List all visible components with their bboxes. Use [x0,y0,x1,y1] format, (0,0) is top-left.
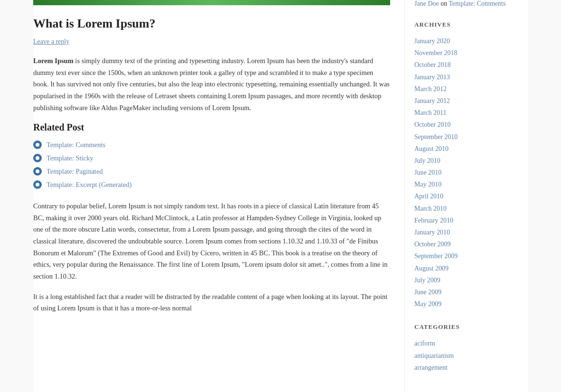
archive-may-2010[interactable]: May 2010 [414,178,518,190]
leave-reply-link[interactable]: Leave a reply [33,38,69,45]
list-item: Template: Comments [33,140,390,149]
archive-may-2009[interactable]: May 2009 [414,298,518,310]
sidebar: Jane Doe on Template: Comments ARCHIVES … [404,0,528,392]
archives-heading: ARCHIVES [414,21,518,28]
related-post-list: Template: Comments Template: Sticky Temp… [33,140,390,189]
right-gutter [528,0,561,392]
archive-june-2009[interactable]: June 2009 [414,286,518,298]
related-link-1[interactable]: Template: Comments [47,141,105,149]
archive-september-2010[interactable]: September 2010 [414,131,518,143]
comment-on-text: on [440,0,449,7]
archive-august-2010[interactable]: August 2010 [414,143,518,155]
category-antiquarianism[interactable]: antiquarianism [414,350,518,362]
archive-january-2020[interactable]: January 2020 [414,35,518,47]
archive-july-2009[interactable]: July 2009 [414,274,518,286]
body-p3: It is a long established fact that a rea… [33,291,390,314]
list-item: Template: Excerpt (Generated) [33,180,390,189]
recent-comments-section: Jane Doe on Template: Comments [414,0,518,8]
categories-heading: CATEGORIES [414,323,518,331]
bullet-icon-2 [33,154,42,162]
archives-section: ARCHIVES January 2020 November 2018 Octo… [414,21,518,310]
related-link-4[interactable]: Template: Excerpt (Generated) [47,181,131,189]
related-link-2[interactable]: Template: Sticky [47,154,93,162]
archive-august-2009[interactable]: August 2009 [414,262,518,274]
archive-september-2009[interactable]: September 2009 [414,250,518,262]
archive-january-2013[interactable]: January 2013 [414,71,518,83]
archive-october-2009[interactable]: October 2009 [414,238,518,250]
main-content: What is Lorem Ipsum? Leave a reply Lorem… [33,0,404,392]
archive-april-2010[interactable]: April 2010 [414,190,518,202]
related-link-3[interactable]: Template: Paginated [47,168,103,176]
archive-march-2011[interactable]: March 2011 [414,107,518,119]
archive-march-2010[interactable]: March 2010 [414,203,518,215]
comment-post-link[interactable]: Template: Comments [449,0,505,7]
category-aciform[interactable]: aciform [414,337,518,349]
post-title: What is Lorem Ipsum? [33,17,390,31]
comment-author-link[interactable]: Jane Doe [414,0,439,7]
archive-january-2012[interactable]: January 2012 [414,95,518,107]
categories-section: CATEGORIES aciform antiquarianism arrang… [414,323,518,373]
hero-image [33,0,390,5]
archive-october-2018[interactable]: October 2018 [414,59,518,71]
recent-comment-1: Jane Doe on Template: Comments [414,0,518,8]
list-item: Template: Sticky [33,154,390,162]
list-item: Template: Paginated [33,167,390,176]
archive-january-2010[interactable]: January 2010 [414,226,518,238]
archive-july-2010[interactable]: July 2010 [414,155,518,167]
bullet-icon-4 [33,180,42,189]
bullet-icon-3 [33,167,42,176]
archive-november-2018[interactable]: November 2018 [414,47,518,59]
category-arrangement[interactable]: arrangement [414,362,518,373]
post-body: Lorem Ipsum is simply dummy text of the … [33,55,390,314]
left-gutter [0,0,33,392]
bullet-icon-1 [33,140,42,149]
archive-october-2010[interactable]: October 2010 [414,119,518,131]
body-p1-text: is simply dummy text of the printing and… [33,57,390,112]
related-post-heading: Related Post [33,122,390,133]
lorem-ipsum-bold: Lorem Ipsum [33,57,74,65]
archive-march-2012[interactable]: March 2012 [414,83,518,95]
leave-reply-container: Leave a reply [33,37,390,46]
archive-february-2010[interactable]: February 2010 [414,215,518,226]
body-p2: Contrary to popular belief, Lorem Ipsum … [33,200,390,282]
archive-june-2010[interactable]: June 2010 [414,167,518,178]
